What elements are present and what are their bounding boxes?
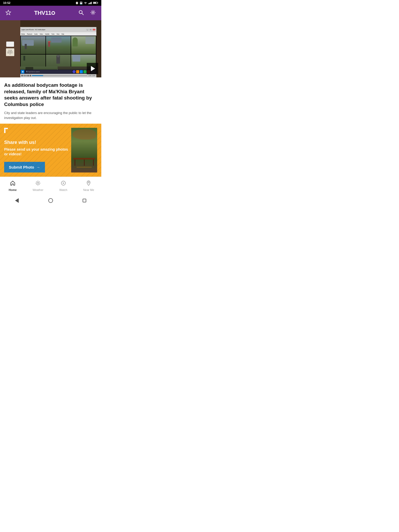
svg-rect-5 (98, 3, 98, 3)
post-center (84, 159, 85, 166)
taskbar: ⊞ 🔍 Type here to search 10:56 PM 4/20/20… (20, 70, 96, 74)
watch-label: Watch (59, 188, 67, 191)
house-1 (85, 37, 95, 44)
figure-3 (23, 56, 25, 61)
figure-2 (48, 42, 50, 47)
home-button[interactable] (48, 198, 54, 203)
foliage (72, 129, 96, 139)
svg-marker-23 (63, 182, 64, 184)
wall-panel: SOCIAL DISTANCE MAINTAIN 6 FT (0, 20, 20, 77)
watch-icon (61, 180, 66, 188)
svg-point-24 (88, 182, 89, 183)
post-left (75, 159, 75, 166)
shelter-table (77, 167, 92, 168)
svg-line-19 (39, 184, 39, 184)
article-summary: City and state leaders are encouraging t… (4, 110, 97, 121)
home-label: Home (9, 188, 17, 191)
nav-item-weather[interactable]: Weather (25, 178, 51, 194)
nav-right-icons (77, 10, 97, 16)
article-section: As additional bodycam footage is release… (0, 77, 101, 124)
near-me-label: Near Me (83, 188, 94, 191)
nav-item-near-me[interactable]: Near Me (76, 178, 102, 194)
thumbnail-image (71, 128, 97, 172)
time-display: 1:38 / 2:18T (88, 75, 95, 76)
media-controls: 1:38 / 2:18T (20, 74, 96, 77)
back-icon (15, 198, 19, 203)
svg-rect-1 (89, 3, 90, 4)
svg-line-21 (39, 181, 39, 182)
settings-button[interactable] (89, 10, 97, 16)
svg-line-20 (36, 184, 37, 184)
logo-number: 11 (45, 10, 51, 16)
tree-1 (72, 37, 78, 46)
car-1 (22, 40, 34, 46)
weather-icon (35, 180, 41, 188)
svg-rect-0 (88, 3, 89, 4)
status-bar: 10:52 ⌚ 💾 (0, 0, 101, 6)
car-2 (51, 37, 62, 43)
app-logo: THV 11 (34, 10, 55, 16)
signal-icon (88, 2, 92, 4)
svg-point-13 (37, 182, 39, 184)
house-2 (72, 55, 80, 62)
svg-rect-3 (91, 2, 92, 4)
android-nav (0, 195, 101, 206)
shelter-posts (73, 159, 95, 166)
back-button[interactable] (14, 198, 20, 203)
nav-item-home[interactable]: Home (0, 178, 25, 194)
windows-icon: ⊞ (21, 70, 24, 74)
search-bar: 🔍 Type here to search (25, 70, 72, 73)
play-triangle-icon (91, 66, 95, 71)
menu-bar: Media Playback Audio Video Subtitle Tool… (20, 32, 96, 36)
sign-2: SOCIAL DISTANCE MAINTAIN 6 FT (6, 48, 14, 56)
pebble-icon: ⌚ (75, 2, 78, 4)
cctv-panel-2 (46, 36, 71, 54)
share-thumbnail (71, 128, 97, 172)
play-button[interactable] (87, 63, 98, 74)
share-section: Share with us! Please send us your amazi… (0, 124, 101, 177)
main-figure (56, 55, 60, 64)
status-time: 10:52 (3, 1, 10, 4)
vlc-title-bar: Legion Lane FIS.wmv - VLC media player _… (20, 27, 96, 32)
recent-button[interactable] (82, 198, 87, 203)
svg-rect-6 (94, 2, 96, 3)
svg-line-9 (82, 13, 83, 15)
nav-item-watch[interactable]: Watch (51, 178, 76, 194)
recent-icon (83, 199, 86, 202)
weather-label: Weather (33, 188, 43, 191)
sd-icon: 💾 (79, 2, 83, 4)
pbs-logo-dot (51, 11, 55, 15)
article-title[interactable]: As additional bodycam footage is release… (4, 82, 97, 108)
cctv-panel-1 (21, 36, 45, 54)
favorite-button[interactable] (4, 10, 12, 17)
svg-marker-7 (6, 10, 11, 15)
main-content: SOCIAL DISTANCE MAINTAIN 6 FT Legion Lan… (0, 20, 101, 177)
clock: 10:52 (3, 1, 10, 4)
cctv-panel-3 (71, 36, 96, 54)
shelter (73, 158, 95, 169)
location-icon (86, 180, 91, 188)
bottom-nav: Home Weather Watch (0, 177, 101, 195)
video-thumbnail[interactable]: SOCIAL DISTANCE MAINTAIN 6 FT Legion Lan… (0, 20, 101, 77)
top-nav: THV 11 (0, 6, 101, 20)
battery-icon (93, 2, 98, 4)
post-right (93, 159, 94, 166)
sign-1 (6, 42, 14, 47)
logo-text: THV (34, 10, 45, 16)
vlc-title-text: Legion Lane FIS.wmv - VLC media player (21, 29, 45, 30)
svg-rect-2 (90, 2, 91, 4)
svg-point-10 (92, 12, 94, 13)
home-circle-icon (48, 198, 53, 203)
status-icons: ⌚ 💾 (75, 2, 98, 4)
wifi-icon (84, 2, 87, 4)
search-button[interactable] (77, 10, 85, 16)
home-icon (10, 180, 16, 188)
svg-line-18 (36, 181, 37, 182)
figure-1 (25, 44, 27, 49)
